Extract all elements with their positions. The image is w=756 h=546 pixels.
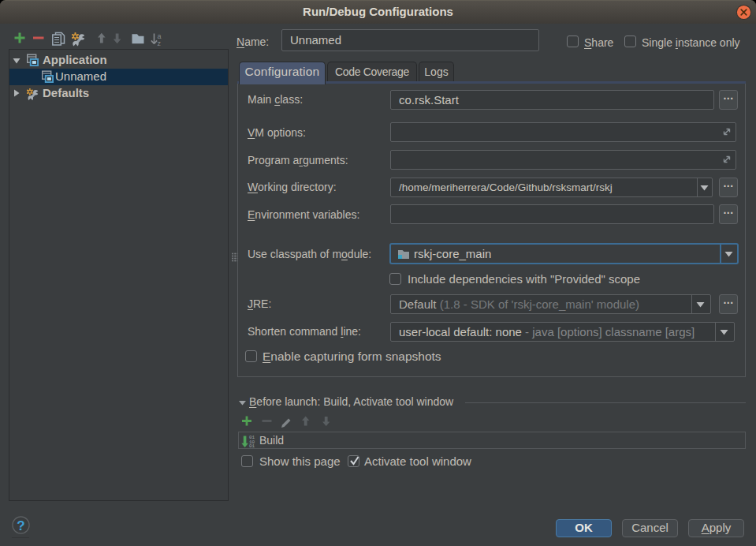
svg-text:z: z	[158, 39, 162, 47]
svg-text:?: ?	[17, 518, 24, 533]
svg-text:01: 01	[249, 443, 255, 448]
